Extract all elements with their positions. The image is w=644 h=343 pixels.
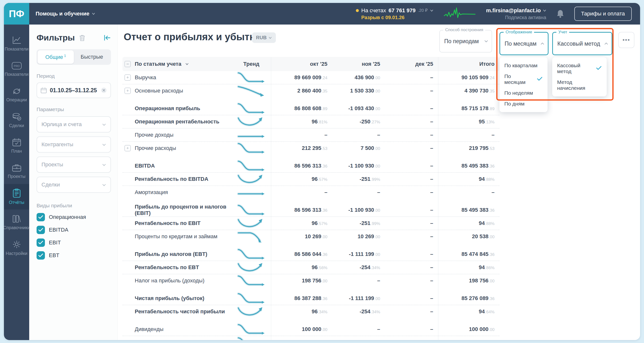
help-menu[interactable]: Помощь и обучение — [36, 10, 95, 17]
accounting-select[interactable]: Учет Кассовый метод — [552, 32, 612, 55]
checkbox-checked-icon[interactable] — [36, 238, 45, 247]
sidebar-item-8-link[interactable]: Справочники — [4, 210, 29, 235]
expand-row-button[interactable]: + — [124, 88, 131, 94]
profit-type-checkbox-row[interactable]: EBIT — [36, 238, 111, 247]
param-select[interactable]: Сделки — [36, 177, 111, 193]
coins-icon — [12, 112, 22, 121]
value-decimals: .34% — [370, 310, 380, 314]
row-label: Нераспределенная прибыль — [135, 339, 212, 340]
sidebar-item-4-link[interactable]: Сделки — [4, 108, 29, 133]
briefcase-icon — [12, 164, 22, 172]
profit-type-checkbox-row[interactable]: EBITDA — [36, 226, 111, 234]
param-select[interactable]: Контрагенты — [36, 136, 111, 152]
trend-sparkline-icon — [236, 173, 266, 185]
accounts-value: 67 761 979 — [388, 7, 416, 14]
bell-icon[interactable] — [557, 10, 564, 18]
value-cell: 95.13% — [438, 118, 500, 125]
row-label: Рентабельность по EBITDA — [135, 176, 208, 182]
column-divider — [271, 57, 271, 340]
value-decimals: .00 — [374, 76, 380, 80]
table-row: Операционная рентабельность96.81%-250.27… — [122, 115, 500, 128]
display-option-selected[interactable]: По месяцам — [500, 71, 548, 88]
table-row: EBITDA86 596 313.36-1 100 930.00–85 495 … — [122, 160, 500, 173]
profit-type-checkbox-row[interactable]: EBT — [36, 251, 111, 260]
sidebar-item-1-link[interactable]: Показатели — [4, 31, 29, 56]
clear-period-icon[interactable] — [100, 87, 107, 94]
row-label-cell: Рентабельность по EBITDA — [122, 176, 232, 182]
sidebar-item-2-link[interactable]: PROПоказатели — [4, 56, 29, 82]
value-main: 85 474 845 — [462, 251, 488, 257]
chevron-down-icon — [102, 141, 106, 148]
sidebar-item-label: Настройки — [6, 251, 27, 256]
app-logo[interactable]: ПФ — [4, 3, 29, 24]
collapse-panel-icon[interactable] — [104, 34, 111, 41]
sidebar-item-5-link[interactable]: План — [4, 133, 29, 158]
expand-row-button[interactable]: + — [124, 74, 131, 81]
screenshot-stage: ПФ Помощь и обучение На счетах 67 761 97… — [0, 0, 644, 343]
value-decimals: .89 — [322, 106, 328, 111]
table-row: Амортизация–––– — [122, 186, 500, 199]
trend-cell — [232, 248, 271, 260]
value-decimals: .88% — [485, 221, 494, 226]
row-label-cell: Рентабельность чистой прибыли — [122, 308, 232, 315]
period-input[interactable]: 01.10.25–31.12.25 — [36, 82, 111, 98]
value-decimals: .00 — [374, 252, 380, 257]
checkbox-checked-icon[interactable] — [36, 226, 45, 234]
trash-icon[interactable] — [79, 34, 86, 42]
accounting-option-selected[interactable]: Кассовый метод — [552, 60, 607, 77]
subscription-status: Подписка активна — [505, 15, 546, 20]
value-cell: 212 295.53 — [271, 145, 332, 152]
value-cell: 86 596 313.36 — [271, 163, 332, 169]
value-main: -1 111 199 — [349, 295, 374, 301]
table-row: Рентабельность по EBT96.56%-254.34%–94.8… — [122, 261, 500, 274]
sync-icon — [12, 87, 22, 96]
more-options-button[interactable]: ••• — [618, 32, 634, 48]
filter-tab-inactive[interactable]: Быстрые — [74, 50, 110, 64]
value-cell: – — [385, 308, 438, 315]
row-label: Основные расходы — [135, 88, 183, 94]
display-option[interactable]: По кварталам — [500, 60, 548, 71]
value-main: -1 100 930 — [348, 207, 374, 213]
row-label-cell: +Основные расходы — [122, 88, 232, 94]
display-option[interactable]: По дням — [500, 98, 548, 109]
value-cell: -1 100 930.00 — [332, 163, 385, 169]
filter-tab-active[interactable]: Общие 1 — [38, 50, 74, 64]
value-main: 100 000 — [469, 326, 489, 332]
user-account[interactable]: m.firsina@planfact.io Подписка активна — [486, 7, 546, 20]
sidebar-item-7-active[interactable]: Отчёты — [4, 184, 29, 210]
collapse-all-checkbox[interactable]: − — [124, 61, 131, 67]
value-cell: – — [385, 251, 438, 257]
row-label-cell: +Прочие расходы — [122, 145, 232, 152]
param-select[interactable]: Юрлица и счета — [36, 116, 111, 132]
sidebar-item-3-link[interactable]: Операции — [4, 82, 29, 108]
table-row: Нераспределенная прибыль86 287 288.36-1 … — [122, 336, 500, 340]
value-cell: – — [385, 163, 438, 169]
display-label: Отображение — [504, 30, 534, 34]
trend-sparkline-icon — [236, 248, 266, 260]
tariffs-button[interactable]: Тарифы и оплата — [574, 6, 632, 21]
table-row: +Выручка89 669 009.24436 900.00–90 105 9… — [122, 71, 500, 84]
sidebar-item-9-link[interactable]: Настройки — [4, 235, 29, 260]
currency-select[interactable]: RUB — [252, 32, 276, 43]
profit-type-label: Операционная — [49, 214, 86, 220]
checkbox-checked-icon[interactable] — [36, 213, 45, 221]
expand-row-button[interactable]: + — [124, 145, 131, 152]
profit-type-checkbox-row[interactable]: Операционная — [36, 213, 111, 221]
value-decimals: .00 — [374, 89, 380, 94]
table-row: Дивиденды100 000.00––100 000.00 — [122, 323, 500, 336]
profit-type-label: EBITDA — [49, 227, 68, 233]
sidebar-item-6-link[interactable]: Проекты — [4, 158, 29, 184]
display-option[interactable]: По неделям — [500, 88, 548, 98]
value-cell: -1 111 199.00 — [332, 295, 385, 302]
build-method-select[interactable]: Способ построения По периодам — [439, 30, 492, 52]
param-select[interactable]: Проекты — [36, 156, 111, 173]
value-main: 198 756 — [469, 278, 489, 284]
row-label: Операционная рентабельность — [135, 118, 220, 125]
group-header[interactable]: По статьям учета — [135, 61, 181, 67]
check-icon — [532, 76, 543, 82]
accounting-option[interactable]: Метод начисления — [552, 77, 607, 94]
accounts-balance[interactable]: На счетах 67 761 979 .20 ₽ Разрыв с 09.0… — [356, 7, 434, 20]
params-label: Параметры — [36, 106, 111, 112]
checkbox-checked-icon[interactable] — [36, 251, 45, 260]
display-select[interactable]: Отображение По месяцам — [500, 32, 548, 55]
